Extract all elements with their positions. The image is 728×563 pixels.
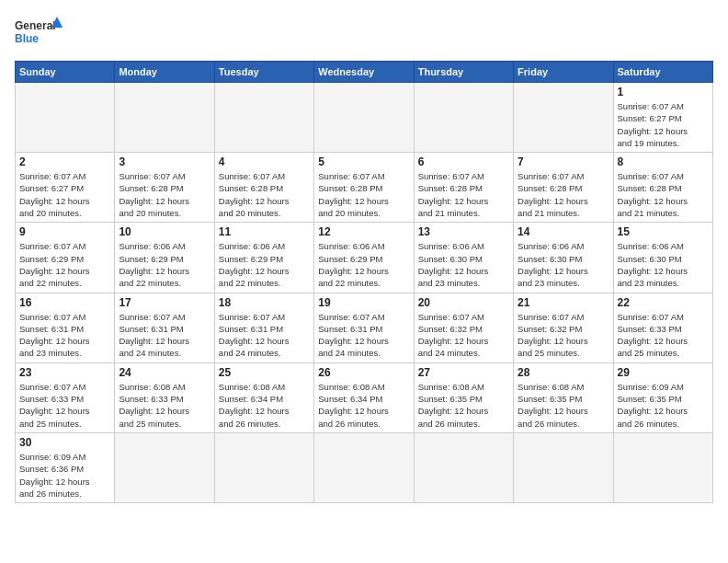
day-info: Sunrise: 6:08 AMSunset: 6:33 PMDaylight:… bbox=[119, 381, 210, 430]
day-cell-4-4: 27Sunrise: 6:08 AMSunset: 6:35 PMDayligh… bbox=[414, 362, 513, 432]
day-number: 22 bbox=[618, 296, 709, 309]
day-cell-3-3: 19Sunrise: 6:07 AMSunset: 6:31 PMDayligh… bbox=[314, 293, 414, 362]
header-monday: Monday bbox=[115, 62, 214, 83]
logo: General Blue bbox=[15, 15, 63, 52]
day-cell-0-2 bbox=[214, 83, 313, 153]
day-number: 15 bbox=[618, 225, 709, 238]
day-number: 19 bbox=[318, 296, 409, 309]
day-cell-1-4: 6Sunrise: 6:07 AMSunset: 6:28 PMDaylight… bbox=[414, 153, 513, 223]
header-saturday: Saturday bbox=[613, 62, 712, 83]
day-info: Sunrise: 6:07 AMSunset: 6:28 PMDaylight:… bbox=[318, 170, 409, 219]
day-cell-4-0: 23Sunrise: 6:07 AMSunset: 6:33 PMDayligh… bbox=[16, 362, 115, 432]
header-wednesday: Wednesday bbox=[314, 62, 414, 83]
day-number: 30 bbox=[19, 436, 110, 449]
day-info: Sunrise: 6:07 AMSunset: 6:28 PMDaylight:… bbox=[119, 170, 210, 219]
day-info: Sunrise: 6:07 AMSunset: 6:32 PMDaylight:… bbox=[418, 311, 509, 360]
page: General Blue SundayMondayTuesdayWednesda… bbox=[0, 0, 728, 563]
day-number: 18 bbox=[219, 296, 310, 309]
day-cell-5-4 bbox=[414, 432, 513, 502]
week-row-0: 1Sunrise: 6:07 AMSunset: 6:27 PMDaylight… bbox=[16, 83, 713, 153]
day-number: 13 bbox=[418, 225, 509, 238]
day-info: Sunrise: 6:07 AMSunset: 6:31 PMDaylight:… bbox=[119, 311, 210, 360]
week-row-2: 9Sunrise: 6:07 AMSunset: 6:29 PMDaylight… bbox=[16, 223, 713, 293]
day-cell-5-1 bbox=[115, 432, 214, 502]
day-number: 11 bbox=[219, 225, 310, 238]
day-number: 3 bbox=[119, 155, 210, 168]
day-cell-2-5: 14Sunrise: 6:06 AMSunset: 6:30 PMDayligh… bbox=[514, 223, 613, 293]
day-cell-5-6 bbox=[613, 432, 712, 502]
day-number: 29 bbox=[618, 366, 709, 379]
day-number: 5 bbox=[318, 155, 409, 168]
day-cell-0-1 bbox=[115, 83, 214, 153]
day-cell-4-6: 29Sunrise: 6:09 AMSunset: 6:35 PMDayligh… bbox=[613, 362, 712, 432]
day-number: 12 bbox=[318, 225, 409, 238]
day-info: Sunrise: 6:06 AMSunset: 6:29 PMDaylight:… bbox=[219, 240, 310, 289]
day-info: Sunrise: 6:09 AMSunset: 6:35 PMDaylight:… bbox=[618, 381, 709, 430]
week-row-4: 23Sunrise: 6:07 AMSunset: 6:33 PMDayligh… bbox=[16, 362, 713, 432]
day-cell-0-5 bbox=[514, 83, 613, 153]
day-info: Sunrise: 6:08 AMSunset: 6:34 PMDaylight:… bbox=[318, 381, 409, 430]
day-cell-0-0 bbox=[16, 83, 115, 153]
day-info: Sunrise: 6:07 AMSunset: 6:27 PMDaylight:… bbox=[618, 100, 709, 149]
day-number: 26 bbox=[318, 366, 409, 379]
day-cell-4-1: 24Sunrise: 6:08 AMSunset: 6:33 PMDayligh… bbox=[115, 362, 214, 432]
day-number: 28 bbox=[518, 366, 609, 379]
day-number: 10 bbox=[119, 225, 210, 238]
day-info: Sunrise: 6:08 AMSunset: 6:35 PMDaylight:… bbox=[418, 381, 509, 430]
day-info: Sunrise: 6:06 AMSunset: 6:29 PMDaylight:… bbox=[119, 240, 210, 289]
day-cell-3-6: 22Sunrise: 6:07 AMSunset: 6:33 PMDayligh… bbox=[613, 293, 712, 362]
day-number: 25 bbox=[219, 366, 310, 379]
day-cell-1-3: 5Sunrise: 6:07 AMSunset: 6:28 PMDaylight… bbox=[314, 153, 414, 223]
day-cell-2-4: 13Sunrise: 6:06 AMSunset: 6:30 PMDayligh… bbox=[414, 223, 513, 293]
day-cell-5-2 bbox=[214, 432, 313, 502]
week-row-1: 2Sunrise: 6:07 AMSunset: 6:27 PMDaylight… bbox=[16, 153, 713, 223]
day-cell-4-3: 26Sunrise: 6:08 AMSunset: 6:34 PMDayligh… bbox=[314, 362, 414, 432]
week-row-5: 30Sunrise: 6:09 AMSunset: 6:36 PMDayligh… bbox=[16, 432, 713, 502]
svg-text:Blue: Blue bbox=[15, 32, 39, 45]
day-number: 20 bbox=[418, 296, 509, 309]
day-info: Sunrise: 6:08 AMSunset: 6:35 PMDaylight:… bbox=[518, 381, 609, 430]
logo-svg: General Blue bbox=[15, 15, 63, 52]
day-number: 8 bbox=[618, 155, 709, 168]
day-info: Sunrise: 6:07 AMSunset: 6:33 PMDaylight:… bbox=[618, 311, 709, 360]
day-cell-2-0: 9Sunrise: 6:07 AMSunset: 6:29 PMDaylight… bbox=[16, 223, 115, 293]
day-info: Sunrise: 6:07 AMSunset: 6:31 PMDaylight:… bbox=[318, 311, 409, 360]
day-cell-1-6: 8Sunrise: 6:07 AMSunset: 6:28 PMDaylight… bbox=[613, 153, 712, 223]
day-number: 2 bbox=[19, 155, 110, 168]
day-cell-2-1: 10Sunrise: 6:06 AMSunset: 6:29 PMDayligh… bbox=[115, 223, 214, 293]
calendar-header-row: SundayMondayTuesdayWednesdayThursdayFrid… bbox=[16, 62, 713, 83]
day-cell-0-6: 1Sunrise: 6:07 AMSunset: 6:27 PMDaylight… bbox=[613, 83, 712, 153]
day-info: Sunrise: 6:07 AMSunset: 6:31 PMDaylight:… bbox=[19, 311, 110, 360]
day-cell-2-3: 12Sunrise: 6:06 AMSunset: 6:29 PMDayligh… bbox=[314, 223, 414, 293]
day-number: 27 bbox=[418, 366, 509, 379]
day-number: 4 bbox=[219, 155, 310, 168]
day-info: Sunrise: 6:09 AMSunset: 6:36 PMDaylight:… bbox=[19, 451, 110, 500]
day-number: 17 bbox=[119, 296, 210, 309]
day-info: Sunrise: 6:07 AMSunset: 6:28 PMDaylight:… bbox=[618, 170, 709, 219]
day-number: 7 bbox=[518, 155, 609, 168]
day-info: Sunrise: 6:07 AMSunset: 6:33 PMDaylight:… bbox=[19, 381, 110, 430]
calendar-table: SundayMondayTuesdayWednesdayThursdayFrid… bbox=[15, 61, 713, 503]
day-number: 24 bbox=[119, 366, 210, 379]
day-info: Sunrise: 6:08 AMSunset: 6:34 PMDaylight:… bbox=[219, 381, 310, 430]
header-friday: Friday bbox=[514, 62, 613, 83]
day-number: 14 bbox=[518, 225, 609, 238]
day-info: Sunrise: 6:06 AMSunset: 6:30 PMDaylight:… bbox=[418, 240, 509, 289]
day-number: 9 bbox=[19, 225, 110, 238]
day-cell-0-3 bbox=[314, 83, 414, 153]
header-thursday: Thursday bbox=[414, 62, 513, 83]
day-info: Sunrise: 6:07 AMSunset: 6:32 PMDaylight:… bbox=[518, 311, 609, 360]
day-number: 23 bbox=[19, 366, 110, 379]
header-sunday: Sunday bbox=[16, 62, 115, 83]
day-info: Sunrise: 6:06 AMSunset: 6:29 PMDaylight:… bbox=[318, 240, 409, 289]
day-number: 6 bbox=[418, 155, 509, 168]
day-cell-1-1: 3Sunrise: 6:07 AMSunset: 6:28 PMDaylight… bbox=[115, 153, 214, 223]
day-cell-1-5: 7Sunrise: 6:07 AMSunset: 6:28 PMDaylight… bbox=[514, 153, 613, 223]
day-info: Sunrise: 6:07 AMSunset: 6:29 PMDaylight:… bbox=[19, 240, 110, 289]
day-cell-5-5 bbox=[514, 432, 613, 502]
header-tuesday: Tuesday bbox=[214, 62, 313, 83]
day-info: Sunrise: 6:07 AMSunset: 6:31 PMDaylight:… bbox=[219, 311, 310, 360]
day-info: Sunrise: 6:07 AMSunset: 6:28 PMDaylight:… bbox=[219, 170, 310, 219]
day-cell-4-2: 25Sunrise: 6:08 AMSunset: 6:34 PMDayligh… bbox=[214, 362, 313, 432]
day-cell-4-5: 28Sunrise: 6:08 AMSunset: 6:35 PMDayligh… bbox=[514, 362, 613, 432]
